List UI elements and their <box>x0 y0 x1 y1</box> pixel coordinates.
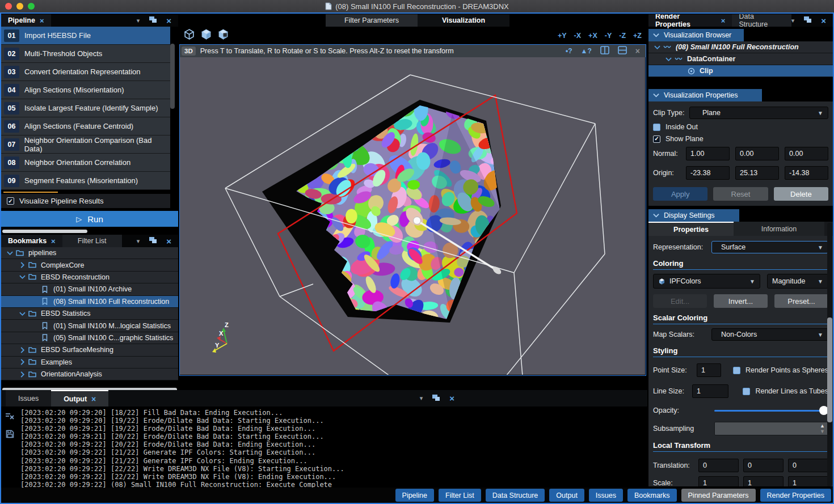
delete-button[interactable]: Delete <box>774 187 828 201</box>
bookmark-tree-item[interactable]: (01) Small IN100 Archive <box>1 283 178 295</box>
spin-down-icon[interactable]: ▼ <box>820 429 825 434</box>
browser-tree-item[interactable]: Clip <box>648 65 833 77</box>
split-vertical-icon[interactable] <box>600 46 609 57</box>
undock-icon[interactable] <box>149 15 157 26</box>
close-icon[interactable]: × <box>40 16 44 25</box>
translation-input[interactable]: 0 <box>788 459 828 472</box>
bookmark-tree-item[interactable]: EBSD SurfaceMeshing <box>1 344 178 356</box>
bookmark-tree-item[interactable]: Examples <box>1 357 178 369</box>
bookmark-tree-item[interactable]: (08) Small IN100 Full Reconstruction <box>1 296 178 308</box>
tab-render-properties[interactable]: Render Properties × <box>648 14 732 27</box>
point-help-icon[interactable]: •? <box>566 47 572 55</box>
pipeline-filter-row[interactable]: 06Align Sections (Feature Centroid) <box>1 117 170 135</box>
3d-viewport[interactable]: Z X Y <box>180 57 645 375</box>
translation-input[interactable]: 0 <box>698 459 739 472</box>
tab-bookmarks[interactable]: Bookmarks × <box>1 235 62 247</box>
panel-toggle-issues[interactable]: Issues <box>589 489 623 502</box>
origin-input[interactable]: -14.38 <box>785 166 828 180</box>
subsampling-spinbox[interactable]: ▲ ▼ <box>714 422 828 435</box>
close-icon[interactable]: × <box>91 395 96 404</box>
show-plane-checkbox[interactable]: ✓ <box>653 135 660 143</box>
tab-filter-list[interactable]: Filter List <box>62 235 122 247</box>
scale-input[interactable]: 1 <box>788 476 828 486</box>
visualization-properties-header[interactable]: Visualization Properties <box>648 89 762 101</box>
axis-view-button-minus-X[interactable]: -X <box>574 32 582 40</box>
browser-tree-item[interactable]: (08) Small IN100 Full Reconstruction <box>648 41 833 53</box>
maximize-window-button[interactable] <box>28 3 35 10</box>
render-panel-scrollbar[interactable] <box>827 223 832 486</box>
normal-input[interactable]: 1.00 <box>686 147 730 160</box>
pipeline-filter-row[interactable]: 05Isolate Largest Feature (Identify Samp… <box>1 99 170 117</box>
browser-tree-item[interactable]: DataContainer <box>648 53 833 65</box>
panel-toggle-pinned-parameters[interactable]: Pinned Parameters <box>681 489 756 502</box>
axis-view-button-minus-Z[interactable]: -Z <box>619 32 626 40</box>
spin-up-icon[interactable]: ▲ <box>820 423 825 429</box>
scale-input[interactable]: 1 <box>743 476 784 486</box>
axis-view-button-plusminus-Y[interactable]: +Y <box>558 32 567 40</box>
bookmark-tree-item[interactable]: (05) Small IN100 C...graphic Statistics <box>1 332 178 344</box>
pipeline-filter-row[interactable]: 01Import H5EBSD File <box>1 27 170 45</box>
undock-icon[interactable] <box>432 393 440 404</box>
bookmark-tree-item[interactable]: EBSD Reconstruction <box>1 272 178 283</box>
run-button[interactable]: ▷ Run <box>1 211 178 227</box>
map-scalars-dropdown[interactable]: Non-Colors ▼ <box>711 328 828 341</box>
close-window-button[interactable] <box>5 3 12 10</box>
pipeline-filter-row[interactable]: 02Multi-Threshold Objects <box>1 45 170 63</box>
output-console[interactable]: [2023:02:20 09:29:20] [18/22] Fill Bad D… <box>1 406 647 488</box>
apply-button[interactable]: Apply <box>653 187 707 201</box>
panel-toggle-output[interactable]: Output <box>549 489 584 502</box>
chevron-down-icon[interactable]: ▾ <box>420 395 423 402</box>
tab-information[interactable]: Information <box>734 222 824 236</box>
pipeline-horizontal-scrollbar[interactable] <box>2 230 87 233</box>
pipeline-filter-row[interactable]: 03Convert Orientation Representation <box>1 63 170 81</box>
component-dropdown[interactable]: Magnitude ▼ <box>767 274 828 289</box>
representation-dropdown[interactable]: Surface ▼ <box>711 241 828 253</box>
translation-input[interactable]: 0 <box>743 459 784 472</box>
camera-wireframe-cube-icon[interactable] <box>183 28 195 43</box>
chevron-down-icon[interactable]: ▾ <box>137 17 140 24</box>
tab-visualization[interactable]: Visualization <box>418 14 509 27</box>
panel-toggle-data-structure[interactable]: Data Structure <box>486 489 545 502</box>
bookmark-tree-item[interactable]: EBSD Statistics <box>1 308 178 320</box>
scale-input[interactable]: 1 <box>698 476 739 486</box>
chevron-down-icon[interactable]: ▾ <box>791 17 795 24</box>
panel-toggle-filter-list[interactable]: Filter List <box>439 489 481 502</box>
tab-data-structure[interactable]: Data Structure <box>732 14 791 27</box>
save-output-icon[interactable] <box>6 430 14 441</box>
tab-properties[interactable]: Properties <box>648 222 734 236</box>
close-icon[interactable]: × <box>721 16 726 25</box>
bookmark-tree-item[interactable]: ComplexCore <box>1 259 178 271</box>
visualize-results-row[interactable]: ✓ Visualize Pipeline Results <box>1 194 170 208</box>
minimize-window-button[interactable] <box>16 3 23 10</box>
panel-toggle-pipeline[interactable]: Pipeline <box>395 489 434 502</box>
undock-icon[interactable] <box>803 15 812 26</box>
panel-toggle-bookmarks[interactable]: Bookmarks <box>627 489 677 502</box>
camera-solid-cube-icon[interactable] <box>200 28 212 43</box>
clear-output-icon[interactable] <box>5 412 15 422</box>
tab-pipeline[interactable]: Pipeline × <box>1 14 51 27</box>
close-icon[interactable]: × <box>51 237 56 245</box>
tab-issues[interactable]: Issues <box>6 390 51 406</box>
axis-view-button-minus-Y[interactable]: -Y <box>605 32 612 40</box>
visualize-results-checkbox[interactable]: ✓ <box>7 197 14 205</box>
normal-input[interactable]: 0.00 <box>735 147 779 160</box>
pipeline-filter-row[interactable]: 08Neighbor Orientation Correlation <box>1 154 170 172</box>
bookmark-tree-item[interactable]: (01) Small IN100 M...logical Statistics <box>1 320 178 332</box>
line-size-input[interactable]: 1 <box>692 384 728 398</box>
normal-input[interactable]: 0.00 <box>785 147 828 160</box>
reset-button[interactable]: Reset <box>713 187 768 201</box>
visualization-browser-header[interactable]: Visualization Browser <box>648 29 744 41</box>
pipeline-vertical-scrollbar[interactable] <box>170 44 175 208</box>
point-size-input[interactable]: 1 <box>697 363 721 377</box>
pipeline-filter-row[interactable]: 04Align Sections (Misorientation) <box>1 81 170 99</box>
display-settings-header[interactable]: Display Settings <box>648 209 739 222</box>
preset-button[interactable]: Preset... <box>774 294 828 308</box>
close-panel-icon[interactable]: × <box>821 16 826 26</box>
origin-input[interactable]: -23.38 <box>686 166 730 180</box>
pipeline-filter-row[interactable]: 09Segment Features (Misorientation) <box>1 172 170 190</box>
bookmark-tree-item[interactable]: pipelines <box>1 247 178 259</box>
pipeline-filter-row[interactable]: 07Neighbor Orientation Comparison (Bad D… <box>1 135 170 154</box>
close-panel-icon[interactable]: × <box>166 16 171 26</box>
chevron-down-icon[interactable]: ▾ <box>137 238 140 245</box>
axis-view-button-plusminus-X[interactable]: +X <box>588 32 597 40</box>
